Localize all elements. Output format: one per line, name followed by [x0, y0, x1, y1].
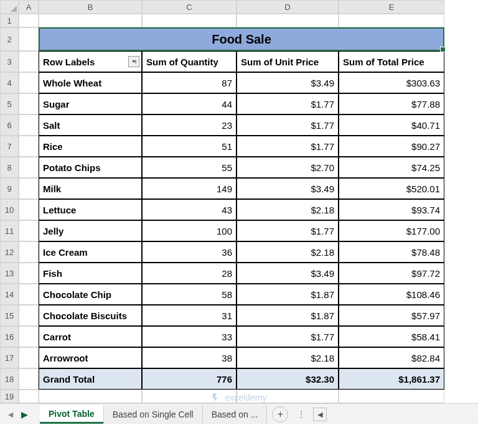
- empty-cell[interactable]: [19, 136, 39, 157]
- pivot-row-label[interactable]: Lettuce: [39, 199, 142, 220]
- pivot-value-cell[interactable]: $1.87: [237, 284, 339, 305]
- pivot-value-cell[interactable]: 31: [142, 305, 237, 326]
- pivot-value-cell[interactable]: 36: [142, 241, 237, 263]
- empty-cell[interactable]: [142, 390, 237, 403]
- empty-cell[interactable]: [19, 347, 39, 368]
- pivot-row-label[interactable]: Ice Cream: [39, 241, 142, 263]
- pivot-value-cell[interactable]: 23: [142, 114, 237, 136]
- pivot-header[interactable]: Sum of Total Price: [339, 51, 444, 72]
- row-header[interactable]: 8: [0, 157, 19, 178]
- empty-cell[interactable]: [339, 390, 444, 403]
- row-header[interactable]: 13: [0, 263, 19, 284]
- tab-overflow-icon[interactable]: ⋮: [293, 409, 311, 419]
- column-header[interactable]: A: [19, 0, 39, 14]
- empty-cell[interactable]: [19, 284, 39, 305]
- row-header[interactable]: 3: [0, 51, 19, 72]
- pivot-row-label[interactable]: Jelly: [39, 220, 142, 241]
- pivot-row-label[interactable]: Rice: [39, 136, 142, 157]
- row-header[interactable]: 14: [0, 284, 19, 305]
- pivot-value-cell[interactable]: $3.49: [237, 263, 339, 284]
- empty-cell[interactable]: [19, 114, 39, 136]
- empty-cell[interactable]: [237, 14, 339, 27]
- tab-prev-icon[interactable]: ◄: [4, 408, 17, 421]
- tab-next-icon[interactable]: ▶: [17, 408, 31, 421]
- row-header[interactable]: 11: [0, 220, 19, 241]
- empty-cell[interactable]: [19, 157, 39, 178]
- empty-cell[interactable]: [19, 178, 39, 199]
- pivot-value-cell[interactable]: $90.27: [339, 136, 444, 157]
- pivot-row-label[interactable]: Carrot: [39, 326, 142, 347]
- row-header[interactable]: 2: [0, 27, 19, 51]
- empty-cell[interactable]: [19, 72, 39, 93]
- pivot-value-cell[interactable]: 51: [142, 136, 237, 157]
- row-header[interactable]: 7: [0, 136, 19, 157]
- row-header[interactable]: 6: [0, 114, 19, 136]
- pivot-value-cell[interactable]: $97.72: [339, 263, 444, 284]
- column-header[interactable]: C: [142, 0, 237, 14]
- row-header[interactable]: 10: [0, 199, 19, 220]
- empty-cell[interactable]: [19, 14, 39, 27]
- row-header[interactable]: 17: [0, 347, 19, 368]
- empty-cell[interactable]: [237, 390, 339, 403]
- empty-cell[interactable]: [39, 390, 142, 403]
- empty-cell[interactable]: [339, 14, 444, 27]
- row-header[interactable]: 9: [0, 178, 19, 199]
- pivot-value-cell[interactable]: $93.74: [339, 199, 444, 220]
- pivot-value-cell[interactable]: 58: [142, 284, 237, 305]
- pivot-value-cell[interactable]: $520.01: [339, 178, 444, 199]
- pivot-value-cell[interactable]: $40.71: [339, 114, 444, 136]
- pivot-value-cell[interactable]: 55: [142, 157, 237, 178]
- pivot-value-cell[interactable]: $74.25: [339, 157, 444, 178]
- tab-pivot-table[interactable]: Pivot Table: [40, 405, 104, 424]
- grand-total-label[interactable]: Grand Total: [39, 368, 142, 390]
- empty-cell[interactable]: [19, 241, 39, 263]
- pivot-value-cell[interactable]: $1.77: [237, 326, 339, 347]
- pivot-value-cell[interactable]: $2.18: [237, 199, 339, 220]
- row-header[interactable]: 4: [0, 72, 19, 93]
- pivot-value-cell[interactable]: $1.77: [237, 136, 339, 157]
- empty-cell[interactable]: [19, 27, 39, 51]
- row-header[interactable]: 19: [0, 390, 19, 403]
- row-header[interactable]: 15: [0, 305, 19, 326]
- pivot-row-label[interactable]: Arrowroot: [39, 347, 142, 368]
- title-cell[interactable]: Food Sale: [39, 27, 444, 51]
- row-header[interactable]: 16: [0, 326, 19, 347]
- row-header[interactable]: 5: [0, 93, 19, 114]
- empty-cell[interactable]: [39, 14, 142, 27]
- pivot-value-cell[interactable]: 44: [142, 93, 237, 114]
- pivot-value-cell[interactable]: $1.77: [237, 93, 339, 114]
- pivot-value-cell[interactable]: 149: [142, 178, 237, 199]
- pivot-value-cell[interactable]: $3.49: [237, 72, 339, 93]
- pivot-value-cell[interactable]: 38: [142, 347, 237, 368]
- pivot-value-cell[interactable]: $1.77: [237, 220, 339, 241]
- pivot-row-label[interactable]: Potato Chips: [39, 157, 142, 178]
- pivot-value-cell[interactable]: $3.49: [237, 178, 339, 199]
- empty-cell[interactable]: [19, 305, 39, 326]
- scroll-left-icon[interactable]: ◄: [313, 408, 327, 421]
- pivot-row-label[interactable]: Sugar: [39, 93, 142, 114]
- pivot-value-cell[interactable]: $78.48: [339, 241, 444, 263]
- empty-cell[interactable]: [19, 263, 39, 284]
- pivot-header[interactable]: Sum of Quantity: [142, 51, 237, 72]
- row-header[interactable]: 1: [0, 14, 19, 27]
- empty-cell[interactable]: [19, 390, 39, 403]
- grand-total-value[interactable]: $32.30: [237, 368, 339, 390]
- pivot-value-cell[interactable]: $2.18: [237, 241, 339, 263]
- pivot-value-cell[interactable]: $2.70: [237, 157, 339, 178]
- pivot-value-cell[interactable]: $1.87: [237, 305, 339, 326]
- grand-total-value[interactable]: 776: [142, 368, 237, 390]
- column-header[interactable]: B: [39, 0, 142, 14]
- pivot-row-label[interactable]: Whole Wheat: [39, 72, 142, 93]
- tab-based-on-single-cell[interactable]: Based on Single Cell: [104, 405, 203, 424]
- empty-cell[interactable]: [19, 51, 39, 72]
- pivot-value-cell[interactable]: $108.46: [339, 284, 444, 305]
- pivot-row-label[interactable]: Salt: [39, 114, 142, 136]
- row-header[interactable]: 12: [0, 241, 19, 263]
- grand-total-value[interactable]: $1,861.37: [339, 368, 444, 390]
- empty-cell[interactable]: [19, 326, 39, 347]
- pivot-value-cell[interactable]: $177.00: [339, 220, 444, 241]
- pivot-value-cell[interactable]: $57.97: [339, 305, 444, 326]
- pivot-row-label[interactable]: Fish: [39, 263, 142, 284]
- pivot-row-label[interactable]: Chocolate Chip: [39, 284, 142, 305]
- pivot-value-cell[interactable]: 33: [142, 326, 237, 347]
